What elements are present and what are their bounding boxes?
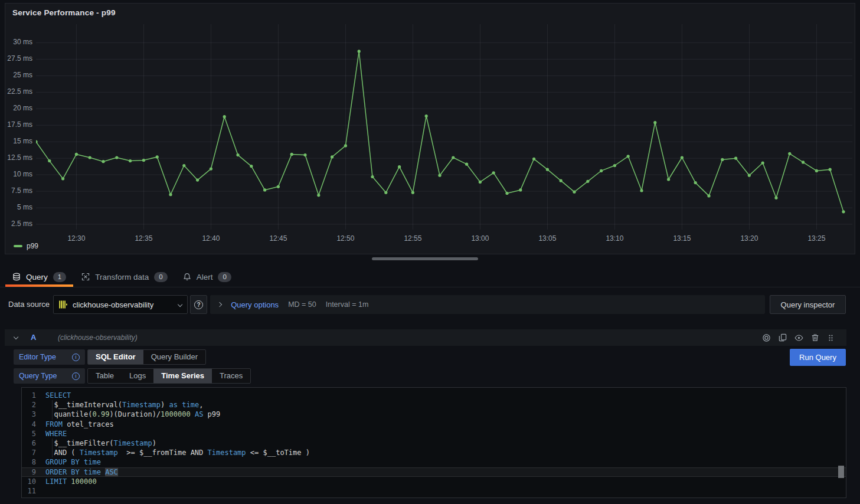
x-axis-tick: 12:45 — [260, 234, 296, 243]
editor-type-label: Editor Type — [19, 353, 56, 361]
datasource-help-button[interactable]: ? — [190, 295, 207, 314]
editor-tab-bar: Query 1 Transform data 0 Alert 0 — [0, 267, 860, 287]
y-axis-tick: 15 ms — [5, 137, 32, 145]
editor-scrollbar-thumb[interactable] — [838, 466, 844, 478]
y-axis-tick: 7.5 ms — [5, 186, 32, 195]
tab-query[interactable]: Query 1 — [5, 267, 74, 287]
editor-type-segmented-control: SQL EditorQuery Builder — [87, 349, 206, 365]
query-datasource-hint: (clickhouse-observability) — [58, 333, 138, 342]
code-line: 3 quantile(0.99)(Duration)/1000000 AS p9… — [22, 410, 846, 419]
tab-count-badge: 1 — [53, 272, 66, 282]
query-type-label-box: Query Type i — [14, 368, 85, 384]
datasource-row: Data source clickhouse-observability ? Q… — [0, 295, 860, 314]
query-options-toggle[interactable]: Query options — [231, 300, 279, 309]
query-row-header[interactable]: A (clickhouse-observability) — [5, 329, 846, 346]
grafana-edit-panel-page: Service Performance - p99 2.5 ms5 ms7.5 … — [0, 0, 860, 504]
datasource-label: Data source — [8, 295, 50, 314]
query-actions — [762, 329, 835, 346]
chart-plot-area[interactable] — [36, 24, 852, 230]
x-axis-tick: 12:30 — [58, 234, 94, 243]
code-line: 6 $__timeFilter(Timestamp) — [22, 438, 846, 448]
chevron-down-icon — [178, 302, 183, 307]
editor-type-label-box: Editor Type i — [14, 349, 85, 365]
y-axis-tick: 27.5 ms — [5, 54, 32, 63]
tab-label: Query — [26, 273, 48, 282]
code-line: 11 — [22, 486, 846, 496]
tab-transform-data[interactable]: Transform data 0 — [74, 267, 175, 287]
y-axis-tick: 22.5 ms — [5, 87, 32, 96]
panel-title[interactable]: Service Performance - p99 — [12, 8, 116, 17]
question-circle-icon: ? — [194, 300, 203, 309]
option-logs[interactable]: Logs — [122, 369, 153, 383]
code-line: 4FROM otel_traces — [22, 420, 846, 429]
duplicate-query-icon[interactable] — [779, 333, 787, 342]
legend-color-swatch — [14, 245, 22, 247]
bell-icon — [183, 273, 191, 281]
x-axis-tick: 12:55 — [395, 234, 430, 243]
collapse-query-icon[interactable] — [14, 335, 19, 340]
y-axis-tick: 30 ms — [5, 38, 32, 46]
x-axis-tick: 13:05 — [529, 234, 565, 243]
interval-value: Interval = 1m — [326, 300, 369, 309]
query-options-bar: Query options MD = 50 Interval = 1m — [210, 295, 765, 314]
option-traces[interactable]: Traces — [212, 369, 250, 383]
info-icon[interactable]: i — [72, 354, 80, 361]
timeseries-panel: Service Performance - p99 2.5 ms5 ms7.5 … — [5, 3, 855, 254]
code-line: 10LIMIT 100000 — [22, 477, 846, 486]
legend-label: p99 — [27, 242, 38, 250]
query-type-segmented-control: TableLogsTime SeriesTraces — [87, 368, 251, 384]
code-line: 1SELECT — [22, 391, 846, 400]
x-axis-tick: 13:15 — [664, 234, 699, 243]
transform-icon — [81, 273, 90, 281]
y-axis-tick: 5 ms — [5, 203, 32, 211]
option-query-builder[interactable]: Query Builder — [143, 350, 205, 364]
tab-label: Alert — [197, 273, 213, 282]
remove-query-icon[interactable] — [811, 333, 819, 342]
query-type-label: Query Type — [19, 372, 57, 380]
clickhouse-icon — [59, 300, 67, 309]
y-axis-tick: 17.5 ms — [5, 120, 32, 129]
code-line: 8GROUP BY time — [22, 457, 846, 467]
tab-count-badge: 0 — [218, 272, 231, 282]
code-line: 2 $__timeInterval(Timestamp) as time, — [22, 400, 846, 410]
chevron-right-icon — [217, 302, 223, 307]
x-axis-tick: 13:00 — [462, 234, 498, 243]
y-axis-tick: 25 ms — [5, 71, 32, 79]
sql-code: 1SELECT2 $__timeInterval(Timestamp) as t… — [22, 391, 846, 496]
legend-item-p99[interactable]: p99 — [14, 242, 38, 250]
y-axis-tick: 12.5 ms — [5, 153, 32, 162]
option-table[interactable]: Table — [88, 369, 122, 383]
y-axis-tick: 10 ms — [5, 170, 32, 178]
datasource-name: clickhouse-observability — [73, 300, 153, 309]
database-icon — [12, 273, 21, 281]
option-sql-editor[interactable]: SQL Editor — [88, 350, 143, 364]
query-ref-id: A — [31, 333, 36, 342]
info-icon[interactable]: i — [72, 372, 80, 380]
option-time-series[interactable]: Time Series — [153, 369, 212, 383]
max-data-points-value: MD = 50 — [288, 300, 316, 309]
code-line: 5WHERE — [22, 429, 846, 438]
x-axis-tick: 13:25 — [799, 234, 834, 243]
sql-editor[interactable]: 1SELECT2 $__timeInterval(Timestamp) as t… — [21, 387, 846, 498]
tab-label: Transform data — [95, 273, 149, 282]
disable-query-icon[interactable] — [762, 333, 771, 342]
code-line: 9ORDER BY time ASC — [22, 467, 846, 477]
toggle-visibility-icon[interactable] — [794, 333, 803, 342]
tab-count-badge: 0 — [154, 272, 167, 282]
run-query-button[interactable]: Run Query — [790, 349, 846, 366]
y-axis-tick: 20 ms — [5, 104, 32, 112]
x-axis-tick: 12:40 — [193, 234, 228, 243]
x-axis-tick: 13:20 — [731, 234, 767, 243]
datasource-picker[interactable]: clickhouse-observability — [53, 295, 188, 314]
x-axis-tick: 13:10 — [597, 234, 632, 243]
horizontal-scrollbar-thumb[interactable] — [372, 257, 478, 260]
y-axis-tick: 2.5 ms — [5, 220, 32, 228]
drag-handle-icon[interactable] — [827, 334, 835, 342]
tab-alert[interactable]: Alert 0 — [175, 267, 239, 287]
x-axis-tick: 12:50 — [328, 234, 363, 243]
x-axis-tick: 12:35 — [126, 234, 161, 243]
query-inspector-button[interactable]: Query inspector — [770, 295, 846, 314]
code-line: 7 AND ( Timestamp >= $__fromTime AND Tim… — [22, 448, 846, 457]
